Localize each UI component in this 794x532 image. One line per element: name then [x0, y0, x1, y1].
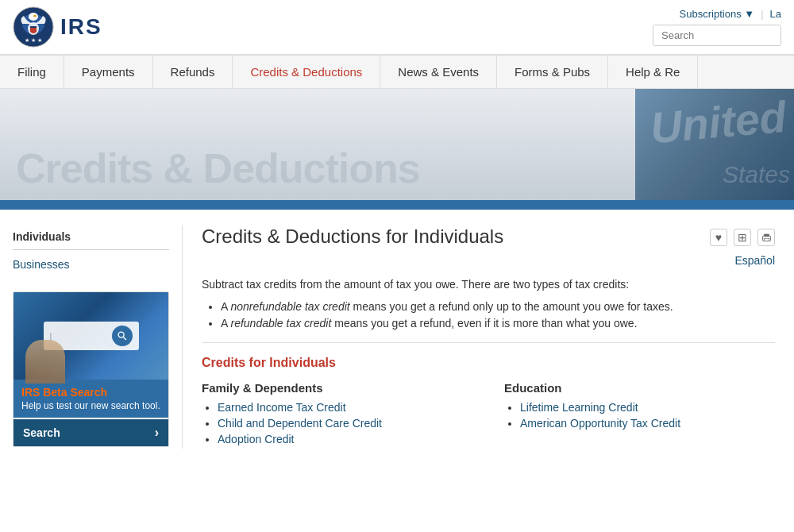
search-box[interactable] — [653, 25, 781, 46]
hero-banner: Credits & Deductions United States — [0, 89, 794, 200]
language-link[interactable]: La — [770, 8, 781, 20]
subscriptions-link[interactable]: Subscriptions ▼ — [680, 8, 755, 20]
bullet-nonrefundable: A nonrefundable tax credit means you get… — [221, 300, 775, 313]
irs-logo-icon: ★ ★ ★ — [13, 6, 54, 48]
nav-item-help[interactable]: Help & Re — [608, 56, 698, 88]
chevron-down-icon: ▼ — [744, 8, 754, 20]
sidebar-beta-title: IRS Beta Search — [21, 386, 160, 399]
sidebar-search-image: | — [13, 292, 168, 380]
page-title-row: Credits & Deductions for Individuals ♥ ⊞ — [202, 226, 775, 248]
credits-grid: Family & Dependents Earned Income Tax Cr… — [202, 381, 775, 449]
bullet-list: A nonrefundable tax credit means you get… — [221, 300, 775, 330]
top-links: Subscriptions ▼ | La — [680, 8, 781, 20]
svg-rect-5 — [30, 26, 37, 28]
svg-point-7 — [118, 332, 124, 337]
bullet-refundable: A refundable tax credit means you get a … — [221, 317, 775, 330]
sidebar-search-label: Search — [23, 426, 60, 439]
main-nav: Filing Payments Refunds Credits & Deduct… — [0, 55, 794, 89]
family-dependents-column: Family & Dependents Earned Income Tax Cr… — [202, 381, 472, 449]
lifetime-learning-link[interactable]: Lifetime Learning Credit — [520, 401, 638, 414]
family-dependents-list: Earned Income Tax Credit Child and Depen… — [218, 401, 472, 445]
nav-item-payments[interactable]: Payments — [64, 56, 153, 88]
american-opportunity-link[interactable]: American Opportunity Tax Credit — [520, 417, 680, 430]
irs-wordmark: IRS — [60, 14, 102, 40]
top-right-area: Subscriptions ▼ | La — [653, 8, 781, 46]
content-area: Individuals Businesses | IRS Be — [0, 210, 794, 465]
nav-item-news-events[interactable]: News & Events — [380, 56, 497, 88]
divider — [202, 342, 775, 343]
svg-line-8 — [123, 337, 126, 340]
sidebar-item-businesses[interactable]: Businesses — [13, 253, 169, 276]
child-dependent-care-link[interactable]: Child and Dependent Care Credit — [218, 417, 382, 430]
credits-section-heading: Credits for Individuals — [202, 356, 775, 370]
list-item: Child and Dependent Care Credit — [218, 417, 472, 430]
family-dependents-title: Family & Dependents — [202, 381, 472, 395]
finger-graphic — [25, 340, 65, 384]
nav-item-forms-pubs[interactable]: Forms & Pubs — [497, 56, 608, 88]
hero-blue-bar — [0, 200, 794, 210]
sidebar-search-arrow-icon: › — [155, 426, 159, 440]
list-item: Adoption Credit — [218, 433, 472, 445]
earned-income-credit-link[interactable]: Earned Income Tax Credit — [218, 401, 346, 414]
hero-image: United States — [635, 89, 794, 200]
sidebar-search-button[interactable]: Search › — [13, 419, 168, 446]
list-item: Lifetime Learning Credit — [520, 401, 775, 414]
sidebar: Individuals Businesses | IRS Be — [0, 226, 183, 449]
hero-title: Credits & Deductions — [0, 145, 436, 200]
svg-rect-10 — [764, 233, 769, 236]
print-icon[interactable] — [757, 229, 775, 246]
svg-rect-11 — [764, 238, 769, 241]
main-content: Credits & Deductions for Individuals ♥ ⊞… — [183, 226, 794, 449]
nav-item-credits-deductions[interactable]: Credits & Deductions — [233, 56, 380, 88]
page-action-icons: ♥ ⊞ — [710, 229, 775, 246]
logo-area: ★ ★ ★ IRS — [13, 6, 102, 48]
sidebar-item-individuals[interactable]: Individuals — [13, 226, 169, 250]
list-item: Earned Income Tax Credit — [218, 401, 472, 414]
list-item: American Opportunity Tax Credit — [520, 417, 775, 430]
page-title: Credits & Deductions for Individuals — [202, 226, 503, 248]
search-magnifier-icon — [112, 326, 133, 346]
nav-item-refunds[interactable]: Refunds — [153, 56, 233, 88]
sidebar-nav: Individuals Businesses — [13, 226, 169, 276]
adoption-credit-link[interactable]: Adoption Credit — [218, 433, 295, 445]
svg-point-3 — [33, 15, 37, 17]
nav-item-filing[interactable]: Filing — [0, 56, 64, 88]
svg-point-2 — [29, 13, 38, 21]
education-column: Education Lifetime Learning Credit Ameri… — [504, 381, 775, 449]
search-input[interactable] — [653, 25, 781, 45]
intro-text: Subtract tax credits from the amount of … — [202, 278, 775, 291]
sidebar-caption: IRS Beta Search Help us test our new sea… — [13, 380, 168, 418]
favorite-icon[interactable]: ♥ — [710, 229, 727, 246]
education-list: Lifetime Learning Credit American Opport… — [520, 401, 775, 430]
resize-icon[interactable]: ⊞ — [734, 229, 751, 246]
sidebar-beta-text: Help us test our new search tool. — [21, 400, 160, 411]
top-bar: ★ ★ ★ IRS Subscriptions ▼ | La — [0, 0, 794, 55]
sidebar-image-box: | IRS Beta Search Help us test our new s… — [13, 291, 169, 447]
svg-text:★ ★ ★: ★ ★ ★ — [25, 37, 42, 43]
education-title: Education — [504, 381, 775, 395]
espanol-link[interactable]: Español — [202, 254, 775, 267]
